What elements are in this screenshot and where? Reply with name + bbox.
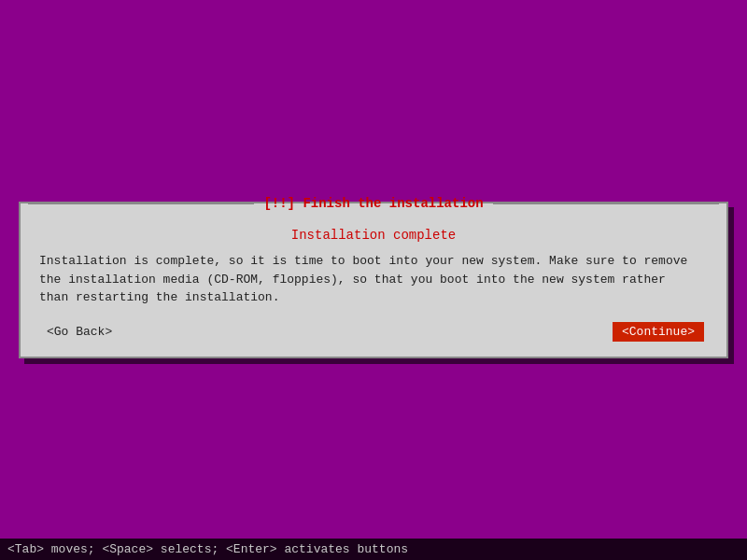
- dialog-titlebar: [!!] Finish the installation: [21, 192, 726, 215]
- dialog-title: [!!] Finish the installation: [254, 196, 492, 211]
- screen: [!!] Finish the installation Installatio…: [0, 0, 747, 560]
- go-back-button[interactable]: <Go Back>: [43, 323, 116, 341]
- installation-complete-label: Installation complete: [39, 228, 708, 243]
- continue-button[interactable]: <Continue>: [613, 322, 704, 342]
- dialog-content: Installation complete Installation is co…: [21, 218, 726, 357]
- dialog: [!!] Finish the installation Installatio…: [19, 202, 728, 358]
- status-bar: <Tab> moves; <Space> selects; <Enter> ac…: [0, 539, 747, 560]
- title-line-left: [28, 203, 254, 204]
- status-bar-text: <Tab> moves; <Space> selects; <Enter> ac…: [7, 542, 408, 556]
- dialog-wrapper: [!!] Finish the installation Installatio…: [19, 202, 728, 358]
- dialog-buttons: <Go Back> <Continue>: [39, 322, 708, 342]
- title-line-right: [493, 203, 719, 204]
- installation-body-text: Installation is complete, so it is time …: [39, 252, 708, 307]
